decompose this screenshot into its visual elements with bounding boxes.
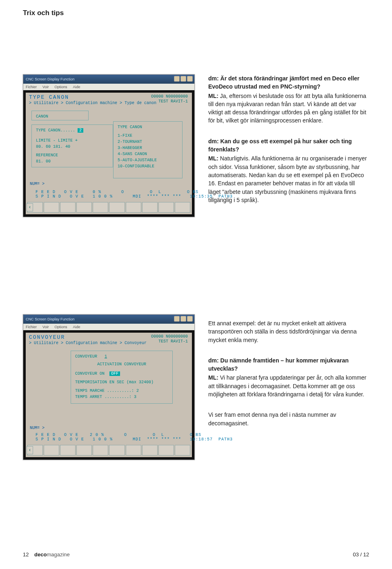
softkey-row[interactable]: ‹ (27, 202, 190, 213)
limits-header: LIMITE - LIMITE + (36, 138, 109, 144)
softkey[interactable] (76, 445, 92, 456)
reference-label: REFERENCE (36, 152, 109, 158)
softkey[interactable] (109, 445, 125, 456)
type-list-item: 10-CONFIGURABLE (118, 163, 178, 169)
question-4: dm: Du nämnde framtiden – hur kommer mju… (208, 356, 368, 373)
softkey[interactable] (126, 202, 141, 213)
feed-status-line: F E E D O V E 2 0 % O O L O BS S P I N D… (30, 433, 188, 442)
num-prompt[interactable]: NUM= > (30, 426, 45, 430)
max-icon[interactable] (180, 316, 186, 322)
footer-issue: 03 / 12 (353, 551, 369, 558)
feed-status-line: F E E D O V E 0 % O O L O BS S P I N D O… (30, 190, 188, 199)
footer-left: 12 decomagazine (23, 551, 70, 558)
brand-deco: deco (34, 551, 47, 558)
question-1: dm: Är det stora förändringar jämfört me… (208, 74, 368, 91)
softkey[interactable] (76, 202, 92, 213)
softkey-row[interactable]: ‹ (27, 445, 190, 456)
paragraph-5: Vi ser fram emot denna nya del i nästa n… (208, 411, 368, 427)
limits-values: 80. 60 181. 40 (36, 144, 109, 150)
max-icon[interactable] (180, 76, 186, 82)
cnc-screen: TYPE CANON O0000 N00000000 TEST RAVIT-1 … (26, 93, 192, 214)
screen-status: O0000 N00000000 TEST RAVIT-1 (151, 334, 188, 344)
softkey[interactable] (175, 445, 190, 456)
type-canon-value[interactable]: 2 (78, 128, 83, 133)
answer-4: ML: Vi har planerat fyra uppdateringar p… (208, 373, 368, 398)
type-list-item: 2-TOURNANT (118, 139, 178, 145)
activation-label: ACTIVATION CONVOYEUR (75, 361, 168, 367)
menu-item[interactable]: Voir (42, 325, 49, 329)
softkey[interactable] (126, 445, 141, 456)
answer-4-text: Vi har planerat fyra uppdateringar per å… (208, 374, 366, 398)
menu-item[interactable]: Aide (73, 85, 80, 89)
menu-item[interactable]: Fichier (26, 85, 37, 89)
type-canon-box: TYPE CANON...... 2 LIMITE - LIMITE + 80.… (31, 124, 113, 167)
type-list-item: 4-SANS CANON (118, 151, 178, 157)
canon-box: CANON (31, 111, 89, 120)
screen-title: TYPE CANON (29, 94, 69, 100)
softkey[interactable] (60, 445, 76, 456)
type-canon-label: TYPE CANON...... (36, 128, 75, 133)
softkey[interactable] (44, 202, 59, 213)
window-title: CNC Screen Display Function (26, 77, 75, 81)
type-list-item: 1-FIXE (118, 133, 178, 139)
min-icon[interactable] (174, 76, 180, 82)
window-titlebar: CNC Screen Display Function (23, 75, 194, 84)
convoyeur-box: CONVOYEUR 1 ACTIVATION CONVOYEUR CONVOYE… (71, 351, 173, 404)
test-label: TEST RAVIT-1 (151, 99, 188, 104)
window-buttons[interactable] (174, 316, 193, 322)
window-buttons[interactable] (174, 76, 193, 82)
softkey[interactable] (93, 445, 108, 456)
test-label: TEST RAVIT-1 (151, 339, 188, 344)
prog-number: O0000 N00000000 (151, 94, 188, 99)
paragraph-3: Ett annat exempel: det är nu mycket enke… (208, 319, 368, 344)
screenshot-window-1: CNC Screen Display Function Fichier Voir… (23, 74, 195, 217)
brand-magazine: magazine (47, 551, 69, 558)
answer-1: ML: Ja, eftersom vi beslutade oss för at… (208, 92, 368, 125)
min-icon[interactable] (174, 316, 180, 322)
temps-arret: TEMPS ARRET ..........: 3 (75, 394, 168, 400)
type-list-item: 5-AUTO-AJUSTABLE (118, 157, 178, 163)
softkey[interactable] (93, 202, 108, 213)
prog-number: O0000 N00000000 (151, 334, 188, 339)
window-menubar[interactable]: Fichier Voir Options Aide (23, 324, 194, 330)
window-titlebar: CNC Screen Display Function (23, 315, 194, 324)
window-menubar[interactable]: Fichier Voir Options Aide (23, 84, 194, 90)
breadcrumb: > Utilitaire > Configuration machine > T… (29, 101, 156, 105)
softkey[interactable] (142, 445, 158, 456)
temps-marche: TEMPS MARCHE ..........: 2 (75, 388, 168, 394)
type-list-title: TYPE CANON (118, 124, 178, 130)
question-2: dm: Kan du ge oss ett exempel på hur sak… (208, 137, 368, 154)
section-header: Trix och tips (23, 9, 64, 17)
convoyeur-label: CONVOYEUR (75, 354, 97, 359)
convoyeur-off-value[interactable]: OFF (109, 371, 120, 376)
type-list-box: TYPE CANON 1-FIXE 2-TOURNANT 3-HABEGGER … (113, 121, 183, 178)
num-prompt[interactable]: NUM= > (30, 182, 45, 186)
softkey-back-icon[interactable]: ‹ (27, 203, 33, 211)
menu-item[interactable]: Fichier (26, 325, 37, 329)
type-list-item: 3-HABEGGER (118, 145, 178, 151)
convoyeur-on-label: CONVOYEUR ON (75, 371, 105, 376)
softkey[interactable] (175, 202, 190, 213)
screen-title: CONVOYEUR (29, 334, 65, 340)
softkey-back-icon[interactable]: ‹ (27, 446, 33, 454)
temporisation-label: TEMPORISATION EN SEC (max 32400) (75, 379, 168, 385)
menu-item[interactable]: Aide (73, 325, 80, 329)
window-title: CNC Screen Display Function (26, 317, 75, 321)
answer-2-label: ML: (208, 155, 218, 162)
close-icon[interactable] (187, 76, 193, 82)
menu-item[interactable]: Voir (42, 85, 49, 89)
softkey[interactable] (158, 445, 174, 456)
screenshot-window-2: CNC Screen Display Function Fichier Voir… (23, 314, 195, 460)
close-icon[interactable] (187, 316, 193, 322)
softkey[interactable] (44, 445, 59, 456)
softkey[interactable] (60, 202, 76, 213)
page-number: 12 (23, 551, 29, 558)
reference-value: 81. 00 (36, 158, 109, 164)
article-column-bottom: Ett annat exempel: det är nu mycket enke… (208, 319, 368, 436)
softkey[interactable] (158, 202, 174, 213)
menu-item[interactable]: Options (55, 85, 67, 89)
softkey[interactable] (142, 202, 158, 213)
convoyeur-value: 1 (105, 354, 107, 359)
menu-item[interactable]: Options (55, 325, 67, 329)
softkey[interactable] (109, 202, 125, 213)
